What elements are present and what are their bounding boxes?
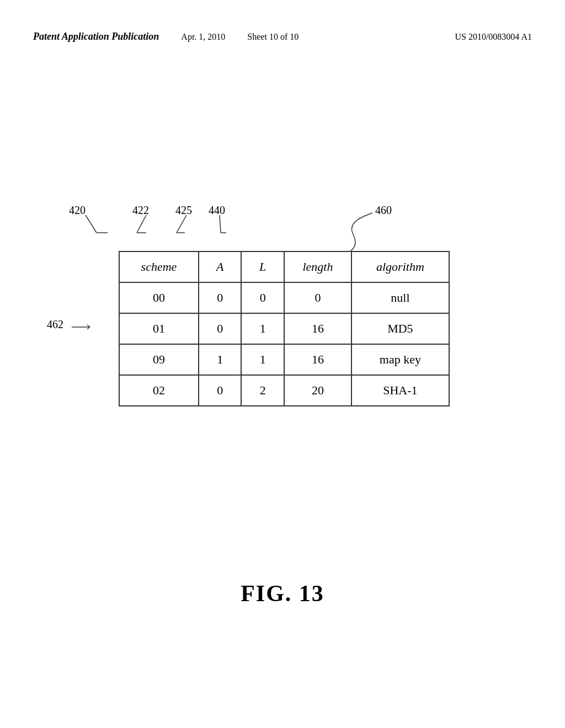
ref-420-label: 420: [69, 204, 86, 216]
ref-422-label: 422: [132, 204, 149, 216]
ref-440-label: 440: [209, 204, 225, 216]
page: Patent Application Publication Apr. 1, 2…: [0, 0, 565, 728]
figure-label: FIG. 13: [0, 580, 565, 607]
header-patent: US 2010/0083004 A1: [455, 32, 532, 42]
col-header-a: A: [199, 251, 242, 282]
svg-line-4: [177, 215, 186, 233]
cell-l-3: 1: [241, 344, 284, 375]
svg-line-6: [220, 215, 221, 233]
cell-a-4: 0: [199, 375, 242, 406]
header-sheet: Sheet 10 of 10: [247, 32, 299, 42]
ref-425-label: 425: [175, 204, 192, 216]
cell-length-2: 16: [284, 313, 351, 344]
cell-length-1: 0: [284, 282, 351, 313]
svg-line-8: [364, 213, 372, 216]
reference-lines-svg: 420 422 425 440 460: [55, 204, 441, 254]
top-refs-area: 420 422 425 440 460: [55, 204, 441, 254]
col-header-l: L: [241, 251, 284, 282]
cell-l-1: 0: [241, 282, 284, 313]
cell-a-2: 0: [199, 313, 242, 344]
publication-title: Patent Application Publication: [33, 31, 159, 42]
cell-algorithm-1: null: [351, 282, 449, 313]
svg-line-0: [86, 215, 97, 233]
table-row: 01 0 1 16 MD5: [119, 313, 449, 344]
svg-line-2: [137, 215, 146, 233]
ref-462-label: 462: [47, 318, 63, 330]
cell-scheme-1: 00: [119, 282, 199, 313]
cell-algorithm-3: map key: [351, 344, 449, 375]
svg-line-10: [87, 325, 90, 327]
cell-a-3: 1: [199, 344, 242, 375]
col-header-algorithm: algorithm: [351, 251, 449, 282]
cell-length-3: 16: [284, 344, 351, 375]
table-area: 462 scheme A L length algorithm: [86, 251, 450, 406]
header-date: Apr. 1, 2010: [181, 32, 225, 42]
cell-l-4: 2: [241, 375, 284, 406]
table-row: 00 0 0 0 null: [119, 282, 449, 313]
table-row: 02 0 2 20 SHA-1: [119, 375, 449, 406]
col-header-length: length: [284, 251, 351, 282]
col-header-scheme: scheme: [119, 251, 199, 282]
cell-scheme-2: 01: [119, 313, 199, 344]
cell-algorithm-2: MD5: [351, 313, 449, 344]
cell-length-4: 20: [284, 375, 351, 406]
data-table: scheme A L length algorithm 00 0 0 0 nul…: [119, 251, 450, 406]
table-wrapper: 462 scheme A L length algorithm: [86, 251, 450, 406]
ref-460-label: 460: [375, 204, 392, 216]
ref-462-svg: 462: [47, 251, 91, 389]
table-header-row: scheme A L length algorithm: [119, 251, 449, 282]
svg-line-11: [87, 327, 90, 329]
header: Patent Application Publication Apr. 1, 2…: [33, 31, 532, 42]
cell-algorithm-4: SHA-1: [351, 375, 449, 406]
cell-scheme-4: 02: [119, 375, 199, 406]
cell-a-1: 0: [199, 282, 242, 313]
table-row: 09 1 1 16 map key: [119, 344, 449, 375]
cell-l-2: 1: [241, 313, 284, 344]
cell-scheme-3: 09: [119, 344, 199, 375]
